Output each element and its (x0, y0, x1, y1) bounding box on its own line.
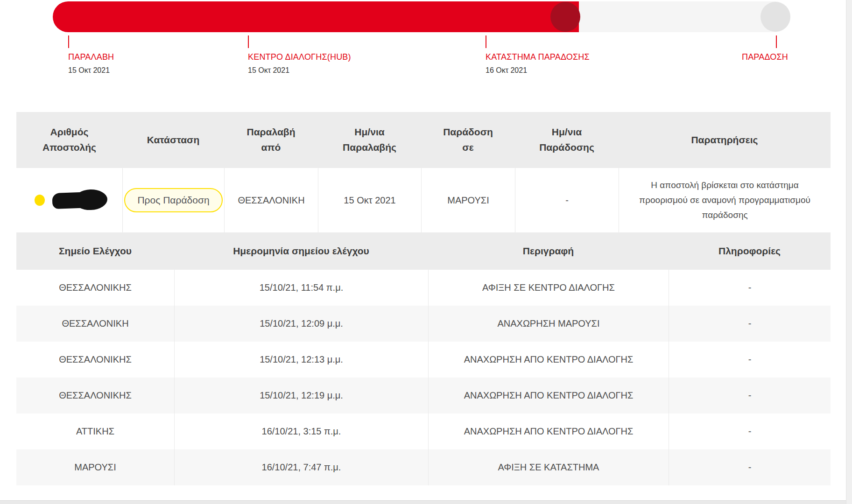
page-bottom-strip (0, 500, 852, 504)
header-info: Πληροφορίες (669, 232, 831, 270)
redacted-tracking-number (52, 191, 105, 209)
header-status: Κατάσταση (122, 112, 224, 168)
info-cell: - (669, 449, 831, 485)
milestone-pickup: ΠΑΡΑΛΑΒΗ 15 Οκτ 2021 (68, 52, 114, 75)
datetime-cell: 16/10/21, 3:15 π.μ. (174, 413, 428, 449)
checkpoint-row: ΜΑΡΟΥΣΙ 16/10/21, 7:47 π.μ. ΑΦΙΞΗ ΣΕ ΚΑΤ… (16, 449, 831, 485)
progress-current-knob (550, 2, 580, 32)
status-cell: Προς Παράδοση (122, 168, 224, 232)
datetime-cell: 15/10/21, 11:54 π.μ. (174, 270, 428, 306)
checkpoint-row: ΘΕΣΣΑΛΟΝΙΚΗΣ 15/10/21, 11:54 π.μ. ΑΦΙΞΗ … (16, 270, 831, 306)
milestone-date: 15 Οκτ 2021 (68, 66, 114, 75)
milestone-label: ΠΑΡΑΛΑΒΗ (68, 52, 114, 62)
progress-fill (53, 1, 579, 32)
description-cell: ΑΦΙΞΗ ΣΕ ΚΕΝΤΡΟ ΔΙΑΛΟΓΗΣ (428, 270, 669, 306)
milestone-tick (248, 35, 249, 48)
checkpoint-table-header: Σημείο Ελέγχου Ημερομηνία σημείου ελέγχο… (16, 232, 831, 270)
checkpoint-row: ΘΕΣΣΑΛΟΝΙΚΗΣ 15/10/21, 12:13 μ.μ. ΑΝΑΧΩΡ… (16, 342, 831, 378)
description-cell: ΑΝΑΧΩΡΗΣΗ ΜΑΡΟΥΣΙ (428, 306, 669, 342)
shipment-row: Προς Παράδοση ΘΕΣΣΑΛΟΝΙΚΗ 15 Οκτ 2021 ΜΑ… (16, 168, 831, 232)
milestone-tick (486, 35, 486, 48)
status-badge: Προς Παράδοση (124, 188, 222, 212)
checkpoint-cell: ΘΕΣΣΑΛΟΝΙΚΗΣ (16, 270, 174, 306)
remarks-cell: Η αποστολή βρίσκεται στο κατάστημα προορ… (619, 168, 831, 232)
info-cell: - (669, 270, 831, 306)
info-cell: - (669, 306, 831, 342)
vertical-scrollbar[interactable] (846, 0, 852, 504)
description-cell: ΑΝΑΧΩΡΗΣΗ ΑΠΟ ΚΕΝΤΡΟ ΔΙΑΛΟΓΗΣ (428, 342, 669, 378)
checkpoint-row: ΑΤΤΙΚΗΣ 16/10/21, 3:15 π.μ. ΑΝΑΧΩΡΗΣΗ ΑΠ… (16, 413, 831, 449)
description-cell: ΑΝΑΧΩΡΗΣΗ ΑΠΟ ΚΕΝΤΡΟ ΔΙΑΛΟΓΗΣ (428, 413, 669, 449)
progress-end-knob (760, 2, 790, 32)
delivery-to-cell: ΜΑΡΟΥΣΙ (421, 168, 515, 232)
milestone-label: ΚΑΤΑΣΤΗΜΑ ΠΑΡΑΔΟΣΗΣ (486, 52, 590, 62)
shipment-table-header: Αριθμός Αποστολής Κατάσταση Παραλαβή από… (16, 112, 831, 168)
milestone-tick (776, 35, 777, 48)
checkpoint-row: ΘΕΣΣΑΛΟΝΙΚΗ 15/10/21, 12:09 μ.μ. ΑΝΑΧΩΡΗ… (16, 306, 831, 342)
header-remarks: Παρατηρήσεις (619, 112, 831, 168)
milestone-tick (68, 35, 69, 48)
header-pickup-from: Παραλαβή από (224, 112, 318, 168)
datetime-cell: 15/10/21, 12:19 μ.μ. (174, 378, 428, 413)
header-checkpoint: Σημείο Ελέγχου (16, 232, 174, 270)
pickup-date-cell: 15 Οκτ 2021 (318, 168, 421, 232)
checkpoint-cell: ΑΤΤΙΚΗΣ (16, 413, 174, 449)
remarks-text: Η αποστολή βρίσκεται στο κατάστημα προορ… (630, 178, 820, 223)
description-cell: ΑΦΙΞΗ ΣΕ ΚΑΤΑΣΤΗΜΑ (428, 449, 669, 485)
info-cell: - (669, 378, 831, 413)
datetime-cell: 15/10/21, 12:09 μ.μ. (174, 306, 428, 342)
checkpoint-row: ΘΕΣΣΑΛΟΝΙΚΗΣ 15/10/21, 12:19 μ.μ. ΑΝΑΧΩΡ… (16, 378, 831, 413)
header-delivery-date: Ημ/νια Παράδοσης (515, 112, 619, 168)
header-delivery-to: Παράδοση σε (421, 112, 515, 168)
milestone-date: 15 Οκτ 2021 (248, 66, 351, 75)
tracking-number (35, 192, 105, 208)
checkpoint-cell: ΘΕΣΣΑΛΟΝΙΚΗΣ (16, 378, 174, 413)
milestone-label: ΚΕΝΤΡΟ ΔΙΑΛΟΓΗΣ(HUB) (248, 52, 351, 62)
checkpoint-cell: ΘΕΣΣΑΛΟΝΙΚΗ (16, 306, 174, 342)
milestone-date: 16 Οκτ 2021 (486, 66, 590, 75)
milestone-label: ΠΑΡΑΔΟΣΗ (742, 52, 788, 62)
datetime-cell: 15/10/21, 12:13 μ.μ. (174, 342, 428, 378)
milestone-delivery-store: ΚΑΤΑΣΤΗΜΑ ΠΑΡΑΔΟΣΗΣ 16 Οκτ 2021 (486, 52, 590, 75)
checkpoint-cell: ΜΑΡΟΥΣΙ (16, 449, 174, 485)
shipment-number-cell (16, 168, 122, 232)
header-pickup-date: Ημ/νια Παραλαβής (318, 112, 421, 168)
header-shipment-number: Αριθμός Αποστολής (16, 112, 122, 168)
header-checkpoint-date: Ημερομηνία σημείου ελέγχου (174, 232, 428, 270)
checkpoint-cell: ΘΕΣΣΑΛΟΝΙΚΗΣ (16, 342, 174, 378)
status-dot-icon (35, 195, 45, 206)
info-cell: - (669, 413, 831, 449)
milestone-hub: ΚΕΝΤΡΟ ΔΙΑΛΟΓΗΣ(HUB) 15 Οκτ 2021 (248, 52, 351, 75)
header-description: Περιγραφή (428, 232, 669, 270)
description-cell: ΑΝΑΧΩΡΗΣΗ ΑΠΟ ΚΕΝΤΡΟ ΔΙΑΛΟΓΗΣ (428, 378, 669, 413)
datetime-cell: 16/10/21, 7:47 π.μ. (174, 449, 428, 485)
info-cell: - (669, 342, 831, 378)
tracking-page: ΠΑΡΑΛΑΒΗ 15 Οκτ 2021 ΚΕΝΤΡΟ ΔΙΑΛΟΓΗΣ(HUB… (0, 0, 852, 504)
delivery-date-cell: - (515, 168, 619, 232)
pickup-from-cell: ΘΕΣΣΑΛΟΝΙΚΗ (224, 168, 318, 232)
milestone-delivered: ΠΑΡΑΔΟΣΗ (742, 52, 788, 62)
